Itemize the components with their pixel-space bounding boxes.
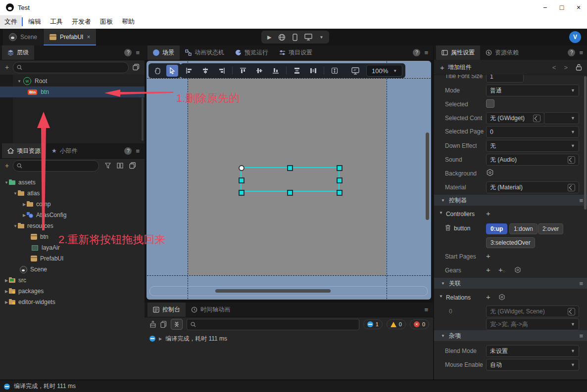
caret-down-icon[interactable]: ▼ bbox=[4, 180, 9, 185]
clear-console-icon[interactable] bbox=[149, 321, 156, 328]
relations-label-row[interactable]: ▼Relations bbox=[439, 294, 471, 301]
selection-handle-top-right[interactable] bbox=[337, 165, 342, 171]
selection-pivot-handle[interactable] bbox=[239, 165, 245, 171]
mobile-preview-icon[interactable] bbox=[293, 34, 297, 41]
properties-scrollbar[interactable] bbox=[584, 76, 587, 210]
blend-mode-dropdown[interactable]: 未设置▼ bbox=[486, 345, 579, 357]
history-forward-button[interactable]: > bbox=[564, 64, 568, 71]
reference-picker-icon[interactable] bbox=[533, 115, 540, 122]
panel-menu-icon[interactable]: ≡ bbox=[136, 147, 140, 155]
info-count-badge[interactable]: 1 bbox=[363, 319, 383, 329]
add-start-page-button[interactable]: + bbox=[486, 252, 490, 260]
menu-help[interactable]: 帮助 bbox=[117, 15, 139, 28]
close-button[interactable]: × bbox=[570, 0, 587, 15]
tree-item-atlas[interactable]: ▼atlas bbox=[0, 188, 145, 199]
hierarchy-scrollbar[interactable] bbox=[142, 97, 144, 141]
gear-target-icon[interactable] bbox=[514, 266, 521, 273]
controllers-label-row[interactable]: ▼Controllers bbox=[439, 211, 475, 218]
hierarchy-search-input[interactable] bbox=[13, 62, 129, 73]
relation-mode-dropdown[interactable]: 宽->宽, 高->高▼ bbox=[486, 318, 579, 330]
tree-item-resources[interactable]: ▼resources bbox=[0, 220, 145, 231]
help-icon[interactable]: ? bbox=[413, 49, 420, 56]
desktop-preview-icon[interactable] bbox=[304, 34, 312, 41]
reference-picker-icon[interactable] bbox=[568, 156, 575, 164]
section-controllers[interactable]: ▼ 控制器 ≡ bbox=[434, 195, 587, 206]
controller-state-up[interactable]: 0:up bbox=[486, 223, 507, 234]
split-view-icon[interactable] bbox=[117, 163, 123, 169]
menu-developer[interactable]: 开发者 bbox=[67, 15, 96, 28]
minimize-button[interactable]: − bbox=[537, 0, 553, 15]
controller-state-selectedover[interactable]: 3:selectedOver bbox=[486, 237, 535, 248]
v-scrollbar[interactable] bbox=[426, 132, 429, 220]
section-menu-icon[interactable]: ≡ bbox=[579, 197, 583, 204]
caret-down-icon[interactable]: ▼ bbox=[13, 224, 18, 228]
add-gear-button[interactable]: + bbox=[486, 266, 490, 273]
add-asset-button[interactable]: + bbox=[5, 162, 9, 169]
project-search-input[interactable] bbox=[13, 160, 99, 172]
help-icon[interactable]: ? bbox=[568, 49, 575, 56]
tree-item-atlasconfig[interactable]: ▶AtlasConfig bbox=[0, 210, 145, 220]
menu-file[interactable]: 文件 bbox=[0, 15, 22, 28]
history-back-button[interactable]: < bbox=[552, 64, 556, 71]
add-node-button[interactable]: + bbox=[5, 64, 9, 71]
selected-controller-page-dropdown[interactable]: ▼ bbox=[544, 112, 579, 124]
mode-dropdown[interactable]: 普通▼ bbox=[486, 85, 579, 96]
selection-handle-top[interactable] bbox=[287, 165, 293, 171]
doc-tab-scene[interactable]: Scene bbox=[3, 29, 44, 45]
help-icon[interactable]: ? bbox=[124, 147, 132, 155]
add-component-button[interactable]: 增加组件 bbox=[448, 63, 472, 72]
tree-item-packages[interactable]: ▶packages bbox=[0, 286, 145, 297]
match-height-icon[interactable] bbox=[329, 65, 341, 77]
caret-right-icon[interactable]: ▶ bbox=[22, 202, 27, 207]
select-tool-button[interactable] bbox=[166, 65, 178, 77]
selection-handle-left[interactable] bbox=[239, 177, 245, 183]
lock-icon[interactable] bbox=[576, 64, 582, 71]
browser-preview-icon[interactable] bbox=[278, 34, 286, 41]
relation-target-icon[interactable] bbox=[498, 294, 505, 301]
mouse-enable-dropdown[interactable]: 自动▼ bbox=[486, 359, 579, 371]
menu-tools[interactable]: 工具 bbox=[46, 15, 67, 28]
down-effect-dropdown[interactable]: 无▼ bbox=[486, 140, 579, 152]
preview-dropdown-icon[interactable]: ▼ bbox=[319, 35, 323, 40]
panel-menu-icon[interactable]: ≡ bbox=[424, 49, 428, 56]
hand-tool-button[interactable] bbox=[151, 65, 163, 77]
selection-handle-bottom[interactable] bbox=[287, 190, 293, 196]
panel-menu-icon[interactable]: ≡ bbox=[136, 49, 140, 56]
distribute-vertical-icon[interactable] bbox=[291, 65, 303, 77]
tab-console[interactable]: 控制台 bbox=[147, 303, 186, 317]
caret-right-icon[interactable]: ▶ bbox=[4, 278, 9, 283]
reference-picker-icon[interactable] bbox=[568, 184, 575, 191]
selected-page-dropdown[interactable]: 0▼ bbox=[486, 126, 579, 138]
help-icon[interactable]: ? bbox=[124, 49, 132, 56]
caret-right-icon[interactable]: ▶ bbox=[4, 300, 9, 305]
align-left-icon[interactable] bbox=[183, 65, 195, 77]
section-menu-icon[interactable]: ≡ bbox=[579, 280, 583, 287]
caret-right-icon[interactable]: ▶ bbox=[4, 289, 9, 294]
tree-item-assets[interactable]: ▼assets bbox=[0, 177, 145, 188]
play-icon[interactable]: ▶ bbox=[267, 34, 271, 41]
selection-handle-bottom-left[interactable] bbox=[239, 190, 245, 196]
doc-tab-prefabui[interactable]: PrefabUI × bbox=[44, 29, 97, 45]
maximize-button[interactable]: □ bbox=[553, 0, 570, 15]
material-field[interactable]: 无 (Material) bbox=[486, 181, 579, 193]
tree-node-root[interactable]: ▼ w Root bbox=[0, 76, 145, 87]
tab-animation-state-machine[interactable]: 动画状态机 bbox=[180, 45, 230, 60]
collapse-similar-toggle[interactable] bbox=[171, 319, 183, 330]
add-gear-display-button[interactable]: +◌ bbox=[498, 266, 505, 273]
menu-edit[interactable]: 编辑 bbox=[24, 15, 46, 28]
distribute-horizontal-icon[interactable] bbox=[307, 65, 319, 77]
log-expand-icon[interactable]: ▶ bbox=[159, 337, 162, 341]
tab-project-resources[interactable]: 项目资源 bbox=[2, 143, 46, 158]
section-relations[interactable]: ▼ 关联 ≡ bbox=[434, 278, 587, 289]
align-middle-vertical-icon[interactable] bbox=[253, 65, 265, 77]
tab-widgets[interactable]: ★ 小部件 bbox=[46, 143, 83, 158]
align-bottom-icon[interactable] bbox=[270, 65, 282, 77]
align-top-icon[interactable] bbox=[237, 65, 249, 77]
background-target-icon[interactable] bbox=[486, 169, 494, 176]
h-scrollbar[interactable] bbox=[215, 289, 331, 293]
add-controller-button[interactable]: + bbox=[486, 210, 490, 217]
tree-item-prefabui[interactable]: PrefabUI bbox=[0, 253, 145, 264]
error-count-badge[interactable]: ×0 bbox=[410, 319, 429, 329]
tree-node-btn[interactable]: Btn btn bbox=[0, 87, 145, 97]
tree-item-editor-widgets[interactable]: ▶editor-widgets bbox=[0, 297, 145, 307]
